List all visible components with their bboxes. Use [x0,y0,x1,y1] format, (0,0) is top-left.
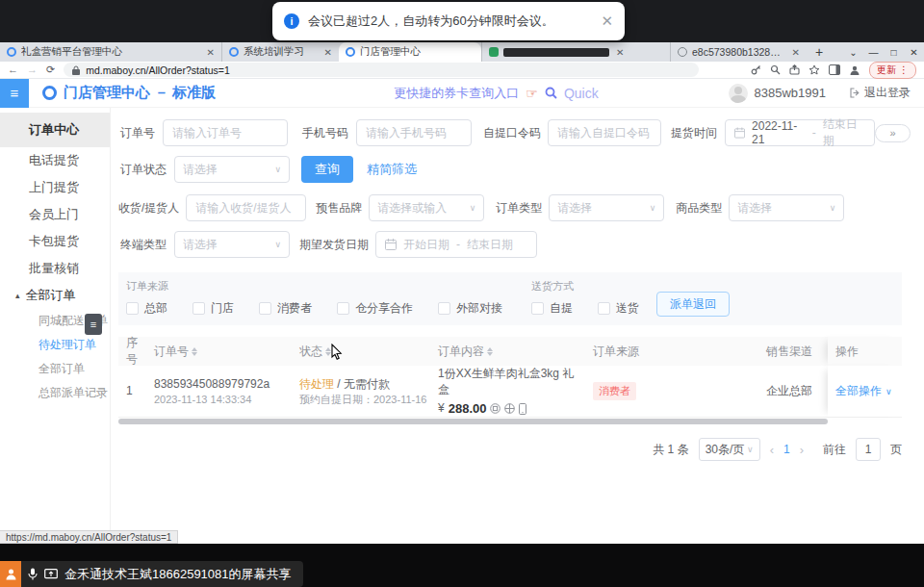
search-button[interactable]: 查询 [301,156,353,183]
brand-select[interactable]: 请选择或输入 ∨ [369,194,484,221]
sidebar-item-batch-verify[interactable]: 批量核销 [0,255,110,282]
window-close-button[interactable]: ✕ [904,47,924,58]
lock-icon [72,65,80,75]
hamburger-menu-button[interactable]: ≡ [0,79,29,108]
header-index: 序号 [118,335,146,368]
minimize-button[interactable]: — [863,47,884,58]
browser-tab-5[interactable]: e8c573980b1328a258fd2e6l8 ✕ [670,42,807,62]
goods-type-select[interactable]: 请选择 ∨ [729,194,844,221]
browser-tab-active[interactable]: 门店管理中心 [339,42,481,62]
expect-end-date[interactable]: 结束日期 [467,237,513,253]
back-icon[interactable]: ← [8,64,18,75]
simple-filter-link[interactable]: 精简筛选 [367,161,417,178]
forward-icon[interactable]: → [27,64,38,75]
browser-tab-1[interactable]: 礼盒营销平台管理中心 ✕ [0,42,221,62]
browser-menu-icon[interactable]: ⌄ [843,47,863,58]
terminal-type-select[interactable]: 请选择 ∨ [174,231,290,258]
checkbox-source-hq[interactable]: 总部 [126,300,167,317]
order-type-select[interactable]: 请选择 ∨ [549,194,664,221]
horizontal-scrollbar[interactable] [118,419,828,424]
sidebar-item-card-pickup[interactable]: 卡包提货 [0,228,110,255]
sidebar-item-all-orders[interactable]: 全部订单 [0,357,110,381]
terminal-type-label: 终端类型 [120,237,167,253]
browser-tab-4[interactable]: ✕ [481,42,670,62]
side-panel-icon[interactable] [829,64,840,75]
browser-url-bar: ← → ⟳ md.maboy.cn/AllOrder?status=1 更新 ⋮ [0,62,924,79]
all-actions-dropdown[interactable]: 全部操作 ∨ [835,383,892,399]
pickup-end-date[interactable]: 结束日期 [823,116,865,149]
logout-button[interactable]: 退出登录 [850,85,911,101]
refresh-icon[interactable]: ⟳ [46,64,55,75]
share-icon[interactable] [789,64,800,75]
checkbox-source-store[interactable]: 门店 [192,300,234,317]
phone-input[interactable] [356,119,472,146]
zoom-icon[interactable] [770,64,781,75]
order-number[interactable]: 83859345088979792a [154,376,292,393]
address-input[interactable]: md.maboy.cn/AllOrder?status=1 [64,63,699,77]
row-index: 1 [118,383,146,399]
page-size-select[interactable]: 30条/页 ∨ [699,438,760,461]
expect-date-range-picker[interactable]: 开始日期 - 结束日期 [375,231,537,258]
checkbox-source-external[interactable]: 外部对接 [438,300,502,317]
sort-icon[interactable] [192,347,197,356]
tab-close-icon[interactable]: ✕ [207,47,215,58]
header-content[interactable]: 订单内容 [430,344,585,360]
goto-page-input[interactable] [856,438,881,461]
pickup-start-date[interactable]: 2022-11-21 [752,119,806,146]
tab-close-icon[interactable]: ✕ [324,47,332,58]
quick-search-icon[interactable] [545,87,557,99]
pickup-code-input[interactable] [548,119,661,146]
globe-icon[interactable] [504,403,515,414]
sidebar-drag-handle[interactable]: ≡ [85,314,102,335]
checkbox-delivery-pickup[interactable]: 自提 [531,300,573,317]
sort-icon[interactable] [487,347,493,356]
sidebar-item-hq-dispatch-records[interactable]: 总部派单记录 [0,381,110,405]
next-page-button[interactable]: › [800,443,804,457]
quick-label[interactable]: Quick [564,86,599,101]
header-source: 订单来源 [585,344,758,360]
expect-start-date[interactable]: 开始日期 [403,237,449,253]
order-created-time: 2023-11-13 14:33:34 [154,393,292,407]
checkbox-delivery-deliver[interactable]: 送货 [598,300,639,317]
sidebar-group-all-orders[interactable]: ▴ 全部订单 [0,282,110,309]
app-title: 门店管理中心 － 标准版 [64,84,216,102]
close-icon[interactable]: ✕ [601,13,613,30]
sidebar-item-member-visit[interactable]: 会员上门 [0,201,110,228]
checkbox-label: 外部对接 [456,300,502,317]
checkbox-source-consumer[interactable]: 消费者 [259,300,312,317]
source-badge: 消费者 [593,382,636,400]
mobile-icon[interactable] [519,403,526,415]
order-type-label: 订单类型 [496,200,542,217]
bookmark-star-icon[interactable] [808,64,820,76]
chrome-update-button[interactable]: 更新 ⋮ [869,62,916,79]
qr-code-icon[interactable] [490,403,500,414]
header-actions: 操作 [828,337,902,366]
header-status[interactable]: 状态 [292,344,430,360]
sidebar-section-order-center: 订单中心 [0,113,110,147]
sidebar-item-pending-orders[interactable]: 待处理订单 [0,333,110,357]
key-icon[interactable] [751,64,761,75]
sidebar-item-phone-pickup[interactable]: 电话提货 [0,147,110,174]
checkbox-source-warehouse-share[interactable]: 仓分享合作 [337,300,413,317]
page-number-1[interactable]: 1 [783,443,790,456]
order-no-input[interactable] [163,119,288,146]
header-order-no[interactable]: 订单号 [146,344,292,360]
prev-page-button[interactable]: ‹ [770,443,774,457]
receiver-input[interactable] [186,194,306,221]
app-logo-icon [42,86,57,100]
profile-icon[interactable] [849,64,860,76]
order-status-select[interactable]: 请选择 ∨ [174,156,290,183]
pickup-time-range-picker[interactable]: 2022-11-21 - 结束日期 [725,119,875,146]
sidebar-item-door-pickup[interactable]: 上门提货 [0,174,110,201]
coupon-query-entry-link[interactable]: 更快捷的券卡查询入口 [394,85,519,102]
pointing-hand-icon: ☞ [526,86,538,101]
filter-row-3: 收货/提货人 预售品牌 请选择或输入 ∨ 订单类型 请选择 ∨ 商品类型 请选择… [118,194,924,221]
new-tab-button[interactable]: + [807,42,832,62]
range-separator: - [812,126,816,140]
maximize-button[interactable]: □ [884,47,904,58]
tab-close-icon[interactable]: ✕ [792,47,800,58]
collapse-filters-button[interactable]: » [875,124,911,142]
dispatch-return-button[interactable]: 派单退回 [656,292,730,317]
tab-close-icon[interactable]: ✕ [616,47,624,58]
browser-tab-2[interactable]: 系统培训学习 ✕ [221,42,339,62]
